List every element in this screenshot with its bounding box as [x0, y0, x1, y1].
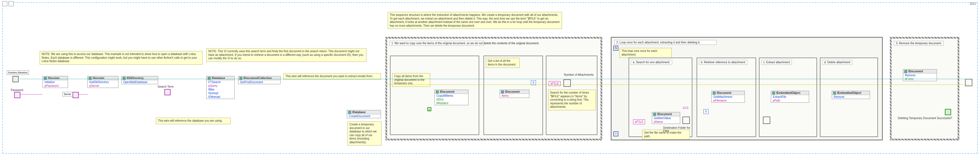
grid-icon[interactable] [8, 1, 14, 6]
hdr: IDocument [440, 90, 455, 93]
param4: IOtheropt [207, 95, 234, 99]
note-open-db: NOTE: We are using this to access our da… [40, 51, 203, 65]
domino-session-ref: Domino.ISession [7, 70, 29, 75]
index-0: 0 [703, 109, 708, 114]
title-d: d. Delete attachment [822, 60, 852, 65]
param: pServer [88, 84, 118, 88]
method: GetItemValue [652, 116, 680, 120]
idocument-getitemval-node[interactable]: IDocument GetItemValue pName [652, 112, 680, 124]
title-c: c. Extract attachment [761, 60, 792, 65]
iembed-extract-node[interactable]: IEmbeddedObject ExtractFile pPath [771, 91, 809, 103]
activex-icon [239, 77, 242, 80]
method: FTSearch [207, 80, 234, 84]
note-sequence-overview: This sequence structure is where the ext… [388, 12, 562, 29]
wire-ref [20, 79, 385, 79]
context-help-icon[interactable] [2, 1, 7, 6]
idocument-copyall-node[interactable]: IDocument CopyAllItems pIDoc bReplace [434, 90, 468, 105]
param3: ISortopt [207, 91, 234, 95]
seq-remove: 3. Remove the temporary document. IDocum… [890, 37, 959, 140]
isession-initialize-node[interactable]: ISession Initialize pPassword [43, 76, 68, 88]
title-remove: 3. Remove the temporary document. [894, 41, 944, 46]
hdr: IDatabase [212, 76, 225, 80]
activex-icon [123, 77, 126, 80]
idatabase-createdoc-node[interactable]: IDatabase CreateDocument [347, 110, 381, 118]
hdr: ISession [93, 76, 104, 80]
note-search: NOTE: This VI currently uses this search… [206, 48, 366, 62]
block-diagram-frame: 2012 This sequence structure is where th… [2, 2, 978, 154]
server-label: Server [62, 92, 73, 96]
prop: Items [500, 94, 529, 97]
loop-N: N [613, 46, 618, 51]
method: GetFirstDocument [238, 80, 280, 84]
session-ref-terminal [13, 76, 19, 82]
hdr: IDatabase [352, 111, 366, 114]
iembed-remove-node[interactable]: IEmbeddedObject Remove [832, 91, 870, 99]
idatabase-ftsearch-node[interactable]: IDatabase FTSearch pQuery IMax ISortopt … [206, 76, 235, 99]
empty-str-array [683, 107, 688, 109]
seq-d: d. Delete attachment IEmbeddedObject Rem… [820, 57, 878, 137]
method: GetDbDirectory [88, 80, 118, 84]
seq-copy-items: Copy all items from the original documen… [390, 56, 479, 135]
idocument-remove-node[interactable]: IDocument Remove bForce [903, 69, 937, 81]
hdr: IDocument [717, 91, 732, 94]
build-path-icon [763, 116, 770, 124]
hdr: IEmbeddedObject [776, 91, 800, 94]
method: Remove [903, 73, 937, 77]
param2: bReplace [435, 101, 468, 105]
title-a: a. Search for one attachment. [631, 60, 672, 65]
note-wire-db: This wire will reference the database yo… [156, 118, 231, 124]
param: pFilename [712, 99, 745, 102]
loop-i: i [613, 131, 618, 137]
seq-get-items: Get a list of all the items in the docum… [484, 56, 543, 135]
activex-icon [653, 113, 656, 116]
title-loop: 2. Loop once for each attachment, extrac… [614, 40, 716, 45]
title-copy: 1. We want to copy over the items of the… [390, 41, 484, 46]
method: CopyAllItems [435, 94, 468, 97]
activex-icon [44, 77, 47, 80]
sequence-main: 1. We want to copy over the items of the… [385, 37, 602, 140]
hdr: IDbDirectory [127, 76, 144, 80]
search-term-terminal [164, 89, 170, 95]
hdr: IDocument [908, 70, 923, 73]
method: OpenMailDatabase [122, 80, 158, 84]
sfile-const: $FILE [549, 81, 560, 86]
dest-label: Destination Folder for Files [663, 126, 692, 132]
activex-icon [89, 77, 92, 80]
idbdir-openmail-node[interactable]: IDbDirectory OpenMailDatabase [121, 76, 158, 84]
toolbar [2, 1, 14, 6]
seq-c: c. Extract attachment IEmbeddedObject Ex… [759, 57, 817, 137]
activex-icon [348, 111, 351, 114]
param: pPath [771, 99, 809, 102]
wire-ref-through [385, 79, 969, 79]
seq-count-attach: $FILE Number of Attachments Search for t… [546, 56, 597, 135]
method: CreateDocument [347, 114, 380, 118]
activex-icon [501, 91, 504, 93]
bool-indicator [945, 109, 951, 115]
idoccoll-getfirst-node[interactable]: IDocumentCollection GetFirstDocument [238, 76, 280, 84]
seq-b: b. Retrieve reference to attachment IDoc… [697, 57, 756, 137]
activex-icon [833, 92, 836, 94]
param: pName [652, 120, 680, 124]
subvi-search-icon [563, 80, 571, 87]
note-get-items: Get a list of all the items in the docum… [486, 58, 520, 68]
activex-icon [436, 91, 439, 93]
server-terminal [73, 92, 79, 98]
method: Initialize [43, 80, 68, 84]
password-label: Password [11, 89, 23, 92]
search-term-label: Search Term [158, 85, 174, 88]
idocument-getattach-node[interactable]: IDocument GetAttachment pFilename [711, 91, 745, 103]
wire-error-through [385, 84, 969, 85]
sfile-const-2: $FILE [633, 119, 645, 124]
isession-getdbdir-node[interactable]: ISession GetDbDirectory pServer [87, 76, 118, 88]
param: pQuery [207, 84, 234, 88]
hdr: IDocumentCollection [243, 76, 272, 80]
seq-a: a. Search for one attachment. $FILE IDoc… [628, 57, 692, 137]
wire-pw [21, 94, 43, 94]
activex-icon [713, 92, 716, 94]
idocument-items-node[interactable]: IDocument Items [500, 90, 530, 98]
del-q-label: Deleting Temporary Document Successful? [898, 116, 957, 120]
num-attach-label: Number of Attachments [564, 73, 594, 76]
note-temp-doc: Create a temporary document in our datab… [347, 121, 382, 145]
password-terminal [14, 92, 21, 98]
hdr: IEmbeddedObject [837, 91, 861, 94]
